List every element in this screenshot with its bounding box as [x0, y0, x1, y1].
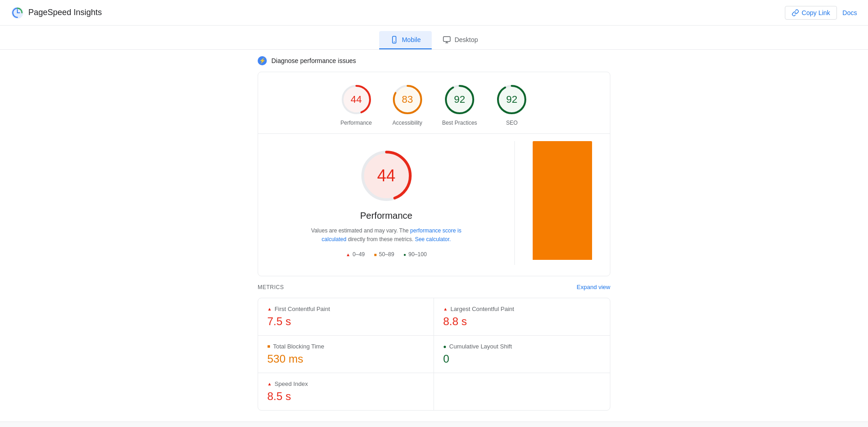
metric-si-value: 8.5 s [267, 390, 424, 403]
legend-orange-icon: ■ [374, 252, 377, 257]
gauge-accessibility: 83 Accessibility [391, 83, 424, 126]
gauge-seo: 92 SEO [495, 83, 528, 126]
tab-desktop-label: Desktop [455, 36, 478, 43]
legend-red-icon: ▲ [346, 252, 350, 257]
metric-empty [434, 373, 610, 410]
metric-lcp-indicator: ▲ [443, 306, 448, 311]
metric-fcp: ▲ First Contentful Paint 7.5 s [258, 298, 434, 336]
metric-tbt-label-row: ■ Total Blocking Time [267, 343, 424, 350]
gauge-seo-circle: 92 [495, 83, 528, 116]
metric-cls-indicator: ● [443, 343, 446, 350]
metric-tbt-label: Total Blocking Time [273, 343, 324, 350]
legend-red-label: 0–49 [353, 251, 365, 258]
score-divider [258, 133, 610, 134]
gauge-best-practices-label: Best Practices [442, 120, 477, 126]
metrics-section: METRICS Expand view ▲ First Contentful P… [258, 276, 610, 411]
app-title: PageSpeed Insights [28, 8, 102, 17]
metric-fcp-label-row: ▲ First Contentful Paint [267, 306, 424, 312]
metric-si: ▲ Speed Index 8.5 s [258, 373, 434, 410]
gauge-best-practices-circle: 92 [443, 83, 476, 116]
metric-si-label-row: ▲ Speed Index [267, 380, 424, 387]
metric-lcp: ▲ Largest Contentful Paint 8.8 s [434, 298, 610, 336]
main-content: ⚡ Diagnose performance issues 44 Perform… [247, 50, 621, 422]
gauge-seo-label: SEO [506, 120, 518, 126]
metric-lcp-label: Largest Contentful Paint [450, 306, 514, 312]
chart-section [526, 141, 599, 260]
legend-orange-label: 50–89 [379, 251, 394, 258]
metric-cls-label: Cumulative Layout Shift [449, 343, 512, 350]
metric-lcp-value: 8.8 s [443, 315, 601, 328]
metric-fcp-indicator: ▲ [267, 306, 272, 311]
metric-fcp-value: 7.5 s [267, 315, 424, 328]
gauge-row: 44 Performance 83 Accessibility [269, 83, 599, 126]
docs-link[interactable]: Docs [842, 9, 857, 16]
tab-desktop[interactable]: Desktop [432, 31, 489, 49]
footer-bar: 📅 Captured at Mar 29, 2023, 11:54 AM GMT… [0, 422, 868, 427]
gauge-performance-value: 44 [350, 94, 361, 105]
metric-cls-value: 0 [443, 353, 601, 365]
metric-fcp-label: First Contentful Paint [275, 306, 330, 312]
header: PageSpeed Insights Copy Link Docs [0, 0, 868, 26]
gauge-performance-label: Performance [340, 120, 372, 126]
tab-mobile[interactable]: Mobile [379, 31, 432, 49]
legend-green-icon: ● [403, 252, 406, 257]
perf-big-circle: 44 [359, 148, 414, 203]
gauge-best-practices: 92 Best Practices [442, 83, 477, 126]
expand-view-button[interactable]: Expand view [577, 284, 610, 290]
diagnose-text: Diagnose performance issues [271, 57, 356, 64]
score-card: 44 Performance 83 Accessibility [258, 72, 610, 276]
legend-row: ▲ 0–49 ■ 50–89 ● 90–100 [346, 251, 427, 258]
gauge-seo-value: 92 [506, 94, 517, 105]
desktop-icon [443, 36, 451, 44]
metric-cls-label-row: ● Cumulative Layout Shift [443, 343, 601, 350]
gauge-accessibility-value: 83 [402, 94, 413, 105]
gauge-performance: 44 Performance [340, 83, 373, 126]
metric-lcp-label-row: ▲ Largest Contentful Paint [443, 306, 601, 312]
see-calculator-link[interactable]: See calculator. [415, 236, 451, 242]
metrics-title: METRICS [258, 284, 284, 290]
gauge-accessibility-label: Accessibility [392, 120, 422, 126]
perf-title: Performance [360, 211, 413, 221]
diagnose-banner: ⚡ Diagnose performance issues [247, 50, 621, 72]
copy-link-button[interactable]: Copy Link [785, 6, 837, 20]
pagespeed-logo-icon [11, 6, 24, 19]
metric-si-indicator: ▲ [267, 381, 272, 386]
gauge-performance-circle: 44 [340, 83, 373, 116]
perf-big-value: 44 [377, 166, 395, 185]
performance-chart-bar [533, 141, 592, 260]
link-icon [792, 9, 799, 16]
metric-tbt-indicator: ■ [267, 344, 270, 349]
perf-description: Values are estimated and may vary. The p… [309, 227, 464, 244]
legend-green: ● 90–100 [403, 251, 427, 258]
logo-section: PageSpeed Insights [11, 6, 102, 19]
mobile-icon [390, 36, 398, 44]
legend-red: ▲ 0–49 [346, 251, 365, 258]
gauge-accessibility-circle: 83 [391, 83, 424, 116]
metric-tbt: ■ Total Blocking Time 530 ms [258, 336, 434, 373]
gauge-best-practices-value: 92 [454, 94, 465, 105]
diagnose-icon: ⚡ [258, 56, 267, 65]
tab-bar: Mobile Desktop [0, 26, 868, 50]
legend-green-label: 90–100 [408, 251, 427, 258]
perf-vert-divider [514, 141, 515, 265]
performance-detail: 44 Performance Values are estimated and … [269, 141, 599, 265]
metric-cls: ● Cumulative Layout Shift 0 [434, 336, 610, 373]
metric-tbt-value: 530 ms [267, 353, 424, 365]
legend-orange: ■ 50–89 [374, 251, 394, 258]
metrics-header: METRICS Expand view [258, 284, 610, 290]
metric-si-label: Speed Index [275, 380, 308, 387]
copy-link-label: Copy Link [802, 9, 830, 16]
svg-rect-3 [443, 37, 450, 42]
tab-mobile-label: Mobile [402, 36, 421, 43]
perf-score-section: 44 Performance Values are estimated and … [269, 141, 503, 265]
header-actions: Copy Link Docs [785, 6, 857, 20]
metrics-grid: ▲ First Contentful Paint 7.5 s ▲ Largest… [258, 298, 610, 411]
